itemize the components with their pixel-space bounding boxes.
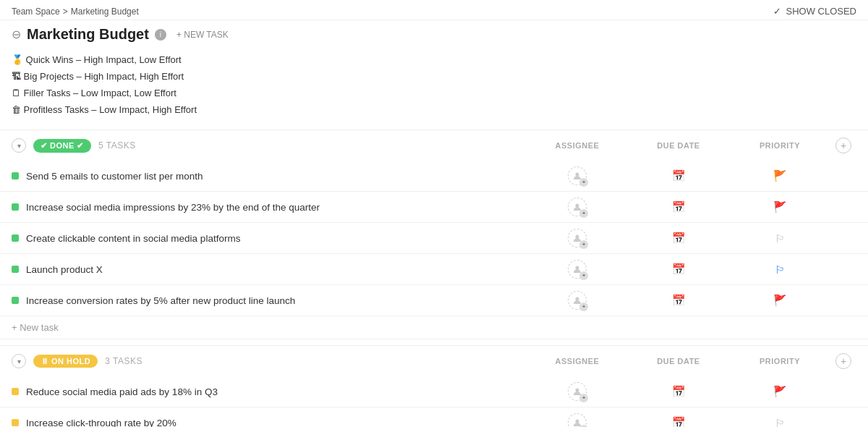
avatar-placeholder[interactable]	[568, 229, 587, 248]
col-priority-header: PRIORITY	[729, 357, 830, 365]
avatar-placeholder[interactable]	[568, 413, 587, 427]
calendar-icon: 📅	[672, 416, 686, 427]
task-row[interactable]: Create clickable content in social media…	[0, 223, 868, 254]
task-status-dot	[12, 234, 19, 242]
task-priority[interactable]: 🚩	[729, 294, 830, 307]
priority-flag-red: 🚩	[773, 169, 787, 182]
show-closed-button[interactable]: ✓ SHOW CLOSED	[773, 6, 856, 17]
user-icon	[573, 418, 582, 427]
section-cols-done: ASSIGNEE DUE DATE PRIORITY +	[527, 138, 856, 153]
priority-flag-yellow: 🚩	[773, 385, 787, 398]
avatar-placeholder[interactable]	[568, 260, 587, 279]
task-assignee[interactable]	[527, 166, 628, 185]
breadcrumb-team[interactable]: Team Space	[12, 7, 60, 17]
user-icon	[573, 387, 582, 396]
col-duedate-header: DUE DATE	[628, 357, 729, 365]
category-item: 🥇 Quick Wins – High Impact, Low Effort	[12, 51, 856, 68]
page-title: Marketing Budget	[27, 26, 149, 43]
task-assignee[interactable]	[527, 291, 628, 310]
task-row[interactable]: Increase conversion rates by 5% after ne…	[0, 285, 868, 316]
task-name: Send 5 emails to customer list per month	[26, 171, 527, 182]
svg-point-4	[576, 297, 579, 301]
title-icon: ⊖	[12, 28, 21, 41]
breadcrumb: Team Space > Marketing Budget	[12, 7, 139, 17]
task-count-done: 5 TASKS	[98, 140, 136, 151]
svg-point-5	[576, 389, 579, 392]
task-name: Reduce social media paid ads by 18% in Q…	[26, 386, 527, 397]
task-row[interactable]: Increase social media impressions by 23%…	[0, 192, 868, 223]
col-priority-header: PRIORITY	[729, 141, 830, 150]
avatar-placeholder[interactable]	[568, 382, 587, 401]
task-duedate[interactable]: 📅	[628, 416, 729, 427]
category-item: 🗒 Filler Tasks – Low Impact, Low Effort	[12, 85, 856, 101]
avatar-placeholder[interactable]	[568, 291, 587, 310]
task-duedate[interactable]: 📅	[628, 294, 729, 307]
section-cols-onhold: ASSIGNEE DUE DATE PRIORITY +	[527, 353, 856, 369]
task-priority[interactable]: 🏳	[729, 232, 830, 245]
task-assignee[interactable]	[527, 260, 628, 279]
col-duedate-header: DUE DATE	[628, 141, 729, 150]
task-row[interactable]: Send 5 emails to customer list per month…	[0, 161, 868, 192]
section-header-done: ▾ ✔ DONE ✔ 5 TASKS ASSIGNEE DUE DATE PRI…	[0, 130, 868, 161]
categories-list: 🥇 Quick Wins – High Impact, Low Effort🏗 …	[0, 51, 868, 130]
task-duedate[interactable]: 📅	[628, 200, 729, 214]
task-status-dot	[12, 388, 19, 395]
breadcrumb-sep: >	[63, 7, 68, 17]
breadcrumb-page[interactable]: Marketing Budget	[71, 7, 139, 17]
svg-point-2	[576, 235, 579, 239]
user-icon	[573, 172, 582, 180]
add-column-button[interactable]: +	[835, 353, 851, 369]
task-duedate[interactable]: 📅	[628, 385, 729, 398]
collapse-button-done[interactable]: ▾	[12, 138, 26, 153]
collapse-button-onhold[interactable]: ▾	[12, 354, 26, 368]
task-name: Create clickable content in social media…	[26, 233, 527, 244]
task-status-dot	[12, 297, 19, 304]
task-status-dot	[12, 266, 19, 273]
col-add: +	[830, 138, 856, 153]
section-spacer	[0, 339, 868, 345]
task-priority[interactable]: 🏳	[729, 417, 830, 428]
task-status-dot	[12, 203, 19, 211]
calendar-icon: 📅	[672, 169, 686, 182]
col-add: +	[830, 353, 856, 369]
new-task-button[interactable]: + NEW TASK	[172, 28, 233, 41]
show-closed-label: SHOW CLOSED	[786, 6, 856, 17]
avatar-placeholder[interactable]	[568, 166, 587, 185]
task-duedate[interactable]: 📅	[628, 263, 729, 276]
badge-label-onhold: ⏸ ON HOLD	[41, 357, 90, 365]
priority-flag-yellow: 🚩	[773, 294, 787, 307]
task-assignee[interactable]	[527, 413, 628, 427]
priority-flag-yellow: 🚩	[773, 200, 787, 214]
task-duedate[interactable]: 📅	[628, 169, 729, 182]
task-assignee[interactable]	[527, 229, 628, 248]
task-count-onhold: 3 TASKS	[105, 356, 142, 366]
status-badge-done[interactable]: ✔ DONE ✔	[33, 139, 91, 153]
svg-point-0	[576, 173, 579, 177]
task-duedate[interactable]: 📅	[628, 232, 729, 245]
new-task-row-done[interactable]: + New task	[0, 316, 868, 339]
user-icon	[573, 203, 582, 211]
task-priority[interactable]: 🚩	[729, 169, 830, 182]
task-assignee[interactable]	[527, 382, 628, 401]
add-column-button[interactable]: +	[835, 138, 851, 153]
col-assignee-header: ASSIGNEE	[527, 357, 628, 365]
task-priority[interactable]: 🚩	[729, 200, 830, 214]
info-icon[interactable]: i	[155, 29, 166, 41]
task-assignee[interactable]	[527, 198, 628, 216]
task-priority[interactable]: 🚩	[729, 385, 830, 398]
avatar-placeholder[interactable]	[568, 198, 587, 216]
check-icon: ✓	[773, 6, 781, 17]
calendar-icon: 📅	[672, 385, 686, 398]
task-name: Increase social media impressions by 23%…	[26, 202, 527, 213]
task-row[interactable]: Reduce social media paid ads by 18% in Q…	[0, 376, 868, 407]
category-item: 🏗 Big Projects – High Impact, High Effor…	[12, 68, 856, 85]
col-assignee-header: ASSIGNEE	[527, 141, 628, 150]
priority-flag-grey: 🏳	[775, 417, 786, 428]
svg-point-6	[576, 420, 579, 423]
priority-flag-blue: 🏳	[775, 263, 786, 276]
calendar-icon: 📅	[672, 200, 686, 214]
status-badge-onhold[interactable]: ⏸ ON HOLD	[33, 355, 98, 368]
task-row[interactable]: Increase click-through rate by 20% 📅 🏳	[0, 407, 868, 427]
task-row[interactable]: Launch product X 📅 🏳	[0, 254, 868, 285]
task-priority[interactable]: 🏳	[729, 263, 830, 276]
